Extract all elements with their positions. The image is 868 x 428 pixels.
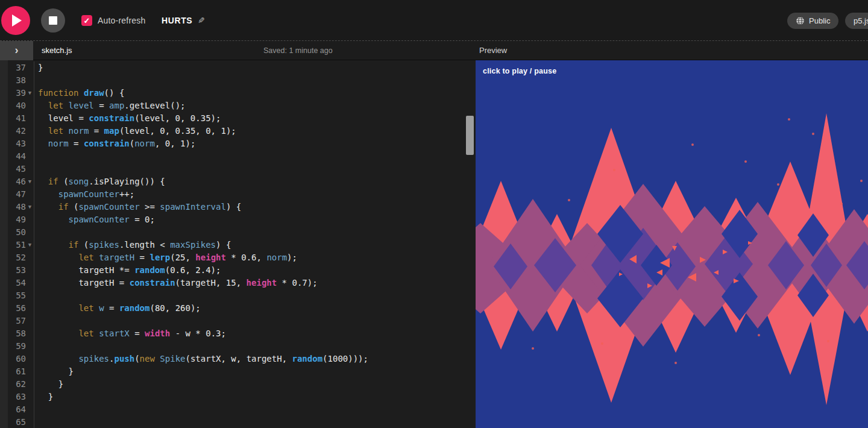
p5js-label: p5.js <box>854 16 868 25</box>
fold-gutter <box>26 264 34 277</box>
fold-arrow-icon[interactable]: ▼ <box>26 175 34 188</box>
toolbar: ✓ Auto-refresh HURTS ✎ Public p5.js <box>0 0 868 41</box>
code-line[interactable]: 57 <box>0 315 476 327</box>
code-line[interactable]: 50 <box>0 226 476 239</box>
fold-gutter <box>26 125 34 137</box>
fold-gutter <box>26 112 34 125</box>
code-line[interactable]: 63 } <box>0 391 476 403</box>
code-line[interactable]: 61 } <box>0 365 476 378</box>
code-text: let norm = map(level, 0, 0.35, 0, 1); <box>34 125 476 137</box>
fold-gutter <box>26 403 34 416</box>
code-text: } <box>34 391 476 403</box>
code-lines: 37}3839▼function draw() {40 let level = … <box>0 61 476 428</box>
play-icon <box>12 14 22 27</box>
fold-arrow-icon[interactable]: ▼ <box>26 239 34 251</box>
line-number: 52 <box>0 251 26 264</box>
tab-sketch-js[interactable]: sketch.js <box>33 41 81 60</box>
code-text: let startX = width - w * 0.3; <box>34 327 476 340</box>
code-line[interactable]: 51▼ if (spikes.length < maxSpikes) { <box>0 239 476 251</box>
line-number: 63 <box>0 391 26 403</box>
p5js-button[interactable]: p5.js <box>845 13 868 29</box>
code-line[interactable]: 40 let level = amp.getLevel(); <box>0 99 476 112</box>
code-text: norm = constrain(norm, 0, 1); <box>34 137 476 150</box>
tab-bar: › sketch.js Saved: 1 minute ago Preview <box>0 41 868 60</box>
auto-refresh-checkbox[interactable]: ✓ <box>81 15 92 26</box>
code-line[interactable]: 54 targetH = constrain(targetH, 15, heig… <box>0 277 476 289</box>
fold-arrow-icon[interactable]: ▼ <box>26 87 34 99</box>
code-text: let targetH = lerp(25, height * 0.6, nor… <box>34 251 476 264</box>
public-button[interactable]: Public <box>787 13 838 29</box>
code-text: if (spikes.length < maxSpikes) { <box>34 239 476 251</box>
code-text <box>34 315 476 327</box>
editor-scrollbar-thumb[interactable] <box>466 116 474 155</box>
line-number: 58 <box>0 327 26 340</box>
code-text: spawnCounter++; <box>34 188 476 201</box>
fold-gutter <box>26 251 34 264</box>
fold-gutter <box>26 188 34 201</box>
line-number: 42 <box>0 125 26 137</box>
code-line[interactable]: 55 <box>0 289 476 302</box>
code-line[interactable]: 41 level = constrain(level, 0, 0.35); <box>0 112 476 125</box>
line-number: 43 <box>0 137 26 150</box>
line-number: 47 <box>0 188 26 201</box>
code-text <box>34 163 476 175</box>
code-line[interactable]: 52 let targetH = lerp(25, height * 0.6, … <box>0 251 476 264</box>
line-number: 48 <box>0 201 26 213</box>
fold-arrow-icon[interactable]: ▼ <box>26 201 34 213</box>
line-number: 40 <box>0 99 26 112</box>
code-line[interactable]: 49 spawnCounter = 0; <box>0 213 476 226</box>
code-line[interactable]: 64 <box>0 403 476 416</box>
code-line[interactable]: 65 <box>0 416 476 428</box>
code-line[interactable]: 60 spikes.push(new Spike(startX, w, targ… <box>0 353 476 365</box>
code-text: level = constrain(level, 0, 0.35); <box>34 112 476 125</box>
code-line[interactable]: 43 norm = constrain(norm, 0, 1); <box>0 137 476 150</box>
auto-refresh-control: ✓ Auto-refresh <box>81 0 145 41</box>
line-number: 54 <box>0 277 26 289</box>
code-line[interactable]: 45 <box>0 163 476 175</box>
play-button[interactable] <box>1 6 30 35</box>
code-line[interactable]: 39▼function draw() { <box>0 87 476 99</box>
code-text: spikes.push(new Spike(startX, w, targetH… <box>34 353 476 365</box>
line-number: 39 <box>0 87 26 99</box>
fold-gutter <box>26 378 34 391</box>
sidebar-expand-button[interactable]: › <box>0 41 33 60</box>
line-number: 51 <box>0 239 26 251</box>
code-line[interactable]: 48▼ if (spawnCounter >= spawnInterval) { <box>0 201 476 213</box>
code-text: } <box>34 378 476 391</box>
code-line[interactable]: 62 } <box>0 378 476 391</box>
code-line[interactable]: 38 <box>0 74 476 87</box>
line-number: 65 <box>0 416 26 428</box>
edit-pencil-icon[interactable]: ✎ <box>198 16 205 25</box>
line-number: 50 <box>0 226 26 239</box>
code-text <box>34 340 476 353</box>
fold-gutter <box>26 74 34 87</box>
code-text <box>34 150 476 163</box>
code-line[interactable]: 42 let norm = map(level, 0, 0.35, 0, 1); <box>0 125 476 137</box>
code-line[interactable]: 47 spawnCounter++; <box>0 188 476 201</box>
code-line[interactable]: 59 <box>0 340 476 353</box>
line-number: 38 <box>0 74 26 87</box>
preview-label: Preview <box>479 46 507 55</box>
code-line[interactable]: 37} <box>0 61 476 74</box>
preview-canvas-art[interactable] <box>476 60 868 428</box>
line-number: 60 <box>0 353 26 365</box>
fold-gutter <box>26 226 34 239</box>
code-line[interactable]: 58 let startX = width - w * 0.3; <box>0 327 476 340</box>
stop-button[interactable] <box>41 8 65 33</box>
code-line[interactable]: 44 <box>0 150 476 163</box>
line-number: 53 <box>0 264 26 277</box>
code-line[interactable]: 46▼ if (song.isPlaying()) { <box>0 175 476 188</box>
auto-refresh-label: Auto-refresh <box>98 16 145 25</box>
code-editor[interactable]: 37}3839▼function draw() {40 let level = … <box>0 60 476 428</box>
click-to-play-overlay: click to play / pause <box>483 67 556 75</box>
fold-gutter <box>26 277 34 289</box>
saved-status: Saved: 1 minute ago <box>263 46 333 55</box>
line-number: 62 <box>0 378 26 391</box>
code-line[interactable]: 56 let w = random(80, 260); <box>0 302 476 315</box>
code-text: function draw() { <box>34 87 476 99</box>
code-text: let level = amp.getLevel(); <box>34 99 476 112</box>
code-line[interactable]: 53 targetH *= random(0.6, 2.4); <box>0 264 476 277</box>
code-text: if (song.isPlaying()) { <box>34 175 476 188</box>
fold-gutter <box>26 353 34 365</box>
stop-icon <box>49 16 57 25</box>
